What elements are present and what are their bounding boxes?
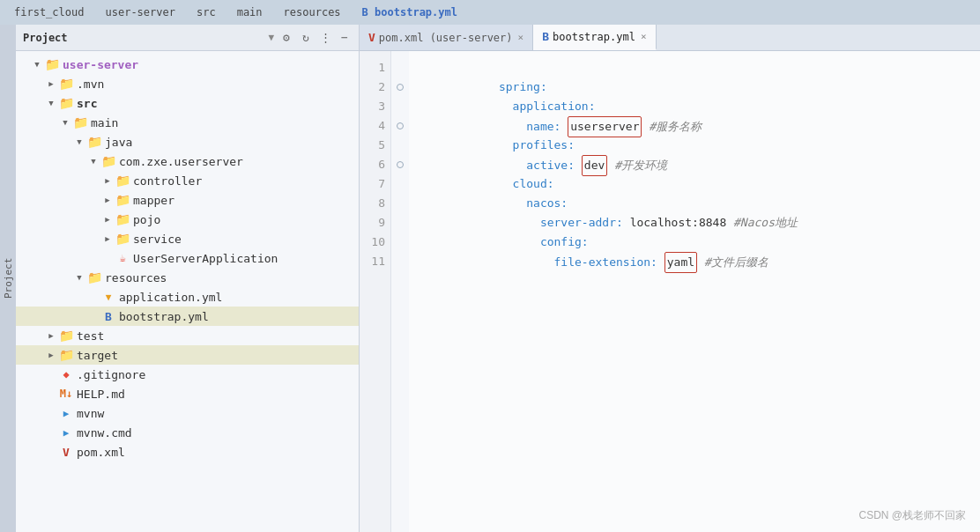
tree-item-main[interactable]: ▼ 📁 main — [16, 113, 359, 132]
tree-item-mapper[interactable]: ▶ 📁 mapper — [16, 190, 359, 210]
tree-item-bootstrap-yml[interactable]: B bootstrap.yml — [16, 307, 359, 326]
tree-label-application-yml: application.yml — [119, 291, 222, 304]
tree-label-java: java — [105, 136, 132, 149]
tab-close-bootstrap-yml[interactable]: × — [641, 31, 647, 42]
gutter-dot-11 — [391, 252, 409, 271]
code-content[interactable]: spring: application: name: userserver #服… — [409, 51, 980, 532]
gutter-dot-1 — [391, 58, 409, 78]
fold-dot-4 — [397, 122, 404, 129]
arrow-user-server: ▼ — [30, 60, 44, 69]
tree-label-service: service — [133, 233, 182, 246]
editor-tab-bootstrap-yml[interactable]: B bootstrap.yml × — [533, 25, 656, 50]
line-num-3: 3 — [360, 97, 390, 116]
folder-icon-test: 📁 — [58, 328, 74, 344]
file-tree-header: Project ▼ ⚙ ↻ ⋮ − — [16, 25, 359, 51]
file-tree-title: Project — [23, 32, 263, 44]
highlight-dev: dev — [582, 155, 607, 176]
folder-icon-service: 📁 — [115, 231, 130, 247]
fold-dot-6 — [397, 161, 404, 168]
tree-item-service[interactable]: ▶ 📁 service — [16, 229, 359, 248]
editor-tab-pom-xml[interactable]: V pom.xml (user-server) × — [360, 25, 533, 50]
mvnw-icon: ▶ — [58, 405, 74, 421]
arrow-controller: ▶ — [100, 176, 115, 185]
tab-label-pom-xml: pom.xml (user-server) — [379, 32, 513, 44]
gear-icon[interactable]: ⚙ — [279, 31, 293, 45]
gutter-dot-2 — [391, 78, 409, 97]
tree-label-controller: controller — [133, 174, 202, 188]
md-icon: M↓ — [58, 386, 74, 402]
bootstrap-icon-tree: B — [100, 308, 116, 324]
header-dropdown-icon: ▼ — [268, 32, 274, 43]
tab-close-pom-xml[interactable]: × — [518, 32, 524, 43]
tree-item-java[interactable]: ▼ 📁 java — [16, 132, 359, 151]
tree-label-mvn: .mvn — [77, 78, 104, 91]
folder-icon-target: 📁 — [58, 347, 74, 363]
tree-label-help-md: HELP.md — [77, 388, 125, 401]
tree-item-mvn[interactable]: ▶ 📁 .mvn — [16, 74, 359, 93]
top-tab-user-server[interactable]: user-server — [98, 4, 182, 20]
top-tab-first-cloud[interactable]: first_cloud — [7, 4, 91, 20]
more-icon[interactable]: ⋮ — [318, 31, 332, 45]
tree-item-target[interactable]: ▶ 📁 target — [16, 345, 359, 365]
arrow-src: ▼ — [44, 99, 58, 107]
tree-label-mvnw-cmd: mvnw.cmd — [77, 426, 132, 440]
top-tab-main[interactable]: main — [230, 4, 270, 20]
watermark: CSDN @栈老师不回家 — [858, 508, 966, 523]
java-icon-main-class: ☕ — [115, 250, 130, 266]
folder-icon-package: 📁 — [100, 153, 116, 169]
tree-item-test[interactable]: ▶ 📁 test — [16, 326, 359, 345]
arrow-test: ▶ — [44, 331, 58, 340]
mvnw-cmd-icon: ▶ — [58, 425, 74, 440]
tree-item-main-class[interactable]: ☕ UserServerApplication — [16, 248, 359, 268]
tree-item-pojo[interactable]: ▶ 📁 pojo — [16, 210, 359, 229]
tree-item-controller[interactable]: ▶ 📁 controller — [16, 171, 359, 190]
folder-icon-mapper: 📁 — [115, 192, 130, 208]
tree-label-bootstrap-yml: bootstrap.yml — [119, 310, 209, 323]
xml-icon-pom: V — [58, 444, 74, 460]
folder-icon-controller: 📁 — [115, 173, 130, 188]
gutter-dot-8 — [391, 194, 409, 213]
tree-label-target: target — [77, 349, 118, 362]
top-tab-bar: first_cloud user-server src main resourc… — [0, 0, 980, 25]
fold-dot-2 — [397, 84, 404, 91]
refresh-icon[interactable]: ↻ — [299, 31, 313, 45]
bootstrap-icon-top: B — [362, 6, 368, 18]
arrow-resources: ▼ — [72, 273, 86, 282]
tree-item-src[interactable]: ▼ 📁 src — [16, 93, 359, 113]
top-tab-resources[interactable]: resources — [277, 4, 348, 20]
tree-item-pom-xml[interactable]: V pom.xml — [16, 442, 359, 462]
top-tab-bootstrap-yml[interactable]: B bootstrap.yml — [355, 4, 464, 20]
line-num-7: 7 — [360, 174, 390, 194]
file-tree-header-icons: ⚙ ↻ ⋮ − — [279, 31, 352, 45]
xml-icon-tab: V — [368, 31, 375, 44]
tree-item-package[interactable]: ▼ 📁 com.zxe.userserver — [16, 151, 359, 171]
tree-item-mvnw[interactable]: ▶ mvnw — [16, 403, 359, 423]
code-line-1: spring: — [416, 58, 980, 78]
line-num-2: 2 — [360, 78, 390, 97]
tree-item-mvnw-cmd[interactable]: ▶ mvnw.cmd — [16, 423, 359, 442]
line-numbers: 1 2 3 4 5 6 7 8 9 10 11 — [360, 51, 391, 532]
line-num-5: 5 — [360, 136, 390, 155]
minimize-icon[interactable]: − — [338, 31, 352, 45]
code-gutter — [391, 51, 409, 532]
highlight-userserver: userserver — [568, 116, 642, 137]
tree-item-resources[interactable]: ▼ 📁 resources — [16, 268, 359, 287]
arrow-package: ▼ — [86, 157, 100, 166]
arrow-pojo: ▶ — [100, 215, 115, 224]
folder-icon-main: 📁 — [72, 115, 88, 130]
gutter-dot-10 — [391, 233, 409, 252]
folder-icon-user-server: 📁 — [44, 56, 60, 72]
tree-label-mapper: mapper — [133, 194, 174, 207]
tree-item-help-md[interactable]: M↓ HELP.md — [16, 384, 359, 403]
tree-item-user-server[interactable]: ▼ 📁 user-server — [16, 55, 359, 74]
tree-label-src: src — [77, 97, 97, 110]
top-tab-src[interactable]: src — [189, 4, 223, 20]
gutter-dot-9 — [391, 213, 409, 233]
code-editor: 1 2 3 4 5 6 7 8 9 10 11 — [360, 51, 980, 532]
tree-label-pojo: pojo — [133, 213, 160, 226]
bootstrap-icon-tab: B — [542, 30, 549, 43]
folder-icon-mvn: 📁 — [58, 76, 74, 92]
tree-item-gitignore[interactable]: ◆ .gitignore — [16, 365, 359, 384]
tree-item-application-yml[interactable]: ▼ application.yml — [16, 287, 359, 307]
tree-label-main-class: UserServerApplication — [133, 252, 278, 265]
